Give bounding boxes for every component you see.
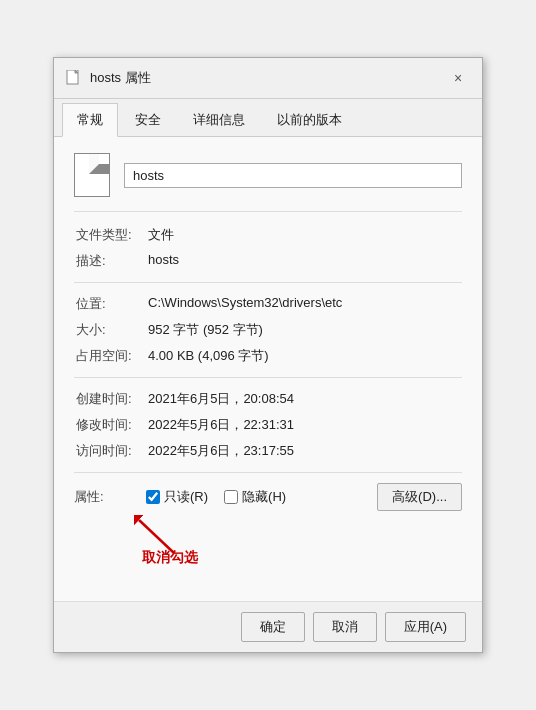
value-location: C:\Windows\System32\drivers\etc (146, 291, 462, 317)
ok-button[interactable]: 确定 (241, 612, 305, 642)
divider-1 (74, 211, 462, 212)
readonly-label: 只读(R) (164, 488, 208, 506)
title-file-icon (66, 70, 82, 86)
divider-2 (74, 282, 462, 283)
apply-button[interactable]: 应用(A) (385, 612, 466, 642)
table-row: 访问时间: 2022年5月6日，23:17:55 (74, 438, 462, 464)
annotation-area: 取消勾选 (74, 515, 462, 585)
tab-previous-versions[interactable]: 以前的版本 (262, 103, 357, 136)
info-table-1: 文件类型: 文件 描述: hosts (74, 222, 462, 274)
info-table-3: 创建时间: 2021年6月5日，20:08:54 修改时间: 2022年5月6日… (74, 386, 462, 464)
table-row: 占用空间: 4.00 KB (4,096 字节) (74, 343, 462, 369)
label-location: 位置: (74, 291, 146, 317)
title-bar: hosts 属性 × (54, 58, 482, 99)
table-row: 修改时间: 2022年5月6日，22:31:31 (74, 412, 462, 438)
bottom-buttons: 确定 取消 应用(A) (54, 601, 482, 652)
file-header (74, 153, 462, 197)
value-created: 2021年6月5日，20:08:54 (146, 386, 462, 412)
label-disksize: 占用空间: (74, 343, 146, 369)
tab-details[interactable]: 详细信息 (178, 103, 260, 136)
title-bar-left: hosts 属性 (66, 69, 151, 87)
label-size: 大小: (74, 317, 146, 343)
hidden-checkbox[interactable] (224, 490, 238, 504)
table-row: 大小: 952 字节 (952 字节) (74, 317, 462, 343)
attributes-row: 属性: 只读(R) 隐藏(H) 高级(D)... (74, 483, 462, 511)
file-icon (74, 153, 110, 197)
table-row: 描述: hosts (74, 248, 462, 274)
value-disksize: 4.00 KB (4,096 字节) (146, 343, 462, 369)
readonly-checkbox-item[interactable]: 只读(R) (146, 488, 208, 506)
value-filetype: 文件 (146, 222, 462, 248)
label-description: 描述: (74, 248, 146, 274)
window-title: hosts 属性 (90, 69, 151, 87)
info-table-2: 位置: C:\Windows\System32\drivers\etc 大小: … (74, 291, 462, 369)
tab-content: 文件类型: 文件 描述: hosts 位置: C:\Windows\System… (54, 137, 482, 601)
table-row: 创建时间: 2021年6月5日，20:08:54 (74, 386, 462, 412)
tab-general[interactable]: 常规 (62, 103, 118, 137)
hidden-checkbox-item[interactable]: 隐藏(H) (224, 488, 286, 506)
table-row: 文件类型: 文件 (74, 222, 462, 248)
label-accessed: 访问时间: (74, 438, 146, 464)
annotation-text: 取消勾选 (142, 549, 198, 567)
properties-window: hosts 属性 × 常规 安全 详细信息 以前的版本 文件类型: 文件 描述:… (53, 57, 483, 653)
label-created: 创建时间: (74, 386, 146, 412)
tab-security[interactable]: 安全 (120, 103, 176, 136)
value-modified: 2022年5月6日，22:31:31 (146, 412, 462, 438)
label-modified: 修改时间: (74, 412, 146, 438)
value-description: hosts (146, 248, 462, 274)
table-row: 位置: C:\Windows\System32\drivers\etc (74, 291, 462, 317)
divider-3 (74, 377, 462, 378)
advanced-button[interactable]: 高级(D)... (377, 483, 462, 511)
value-accessed: 2022年5月6日，23:17:55 (146, 438, 462, 464)
hidden-label: 隐藏(H) (242, 488, 286, 506)
tab-bar: 常规 安全 详细信息 以前的版本 (54, 99, 482, 137)
value-size: 952 字节 (952 字节) (146, 317, 462, 343)
cancel-button[interactable]: 取消 (313, 612, 377, 642)
file-name-input[interactable] (124, 163, 462, 188)
label-filetype: 文件类型: (74, 222, 146, 248)
close-button[interactable]: × (446, 66, 470, 90)
readonly-checkbox[interactable] (146, 490, 160, 504)
label-attributes: 属性: (74, 488, 146, 506)
attr-items: 只读(R) 隐藏(H) (146, 488, 286, 506)
divider-4 (74, 472, 462, 473)
